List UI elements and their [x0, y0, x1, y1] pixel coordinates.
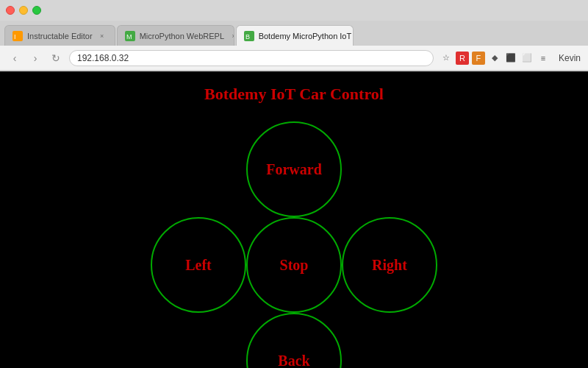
tab-favicon-instructable: I [12, 31, 23, 41]
back-nav-button[interactable]: ‹ [7, 51, 22, 66]
tab-favicon-iotcar: B [244, 31, 254, 41]
extension-icon-4[interactable]: ≡ [537, 52, 550, 65]
stop-button[interactable]: Stop [246, 217, 342, 313]
maximize-button[interactable] [32, 6, 41, 15]
extension-icon-orange[interactable]: F [472, 52, 485, 65]
svg-text:I: I [14, 33, 16, 40]
url-input[interactable]: 192.168.0.32 [69, 50, 434, 66]
empty-top-right [342, 121, 437, 217]
back-button[interactable]: Back [246, 313, 342, 368]
extension-icon-3[interactable]: ⬜ [520, 52, 534, 65]
main-content: Botdemy IoT Car Control Forward Left Sto… [0, 71, 588, 368]
extension-icon-1[interactable]: ◆ [488, 52, 501, 65]
close-button[interactable] [6, 6, 15, 15]
bookmark-icon[interactable]: ☆ [440, 52, 453, 65]
svg-text:M: M [126, 33, 132, 40]
browser-chrome: I Instructable Editor × M MicroPython We… [0, 0, 588, 71]
right-button[interactable]: Right [342, 217, 437, 313]
minimize-button[interactable] [19, 6, 28, 15]
empty-bottom-right [342, 313, 437, 368]
tab-favicon-webrepl: M [125, 31, 135, 41]
extension-icon-2[interactable]: ⬛ [504, 52, 517, 65]
tab-instructable[interactable]: I Instructable Editor × [4, 25, 115, 46]
tab-webrepl[interactable]: M MicroPython WebREPL × [117, 25, 234, 46]
empty-bottom-left [151, 313, 246, 368]
title-bar [0, 0, 588, 21]
tab-close-webrepl[interactable]: × [229, 31, 234, 41]
empty-top-left [151, 121, 246, 217]
forward-button[interactable]: Forward [246, 121, 342, 217]
left-button[interactable]: Left [151, 217, 246, 313]
tabs-bar: I Instructable Editor × M MicroPython We… [0, 21, 588, 46]
user-label: Kevin [559, 53, 581, 63]
address-bar: ‹ › ↻ 192.168.0.32 ☆ R F ◆ ⬛ ⬜ ≡ Kevin [0, 46, 588, 71]
toolbar-icons: ☆ R F ◆ ⬛ ⬜ ≡ [440, 52, 550, 65]
tab-iotcar[interactable]: B Botdemy MicroPython IoT Car... × [236, 25, 354, 46]
refresh-button[interactable]: ↻ [49, 51, 63, 66]
extension-icon-red[interactable]: R [456, 52, 469, 65]
controls-grid: Forward Left Stop Right Back [151, 121, 437, 368]
tab-close-instructable[interactable]: × [97, 31, 107, 41]
page-title: Botdemy IoT Car Control [204, 85, 384, 104]
forward-nav-button[interactable]: › [28, 51, 43, 66]
svg-text:B: B [245, 33, 250, 40]
